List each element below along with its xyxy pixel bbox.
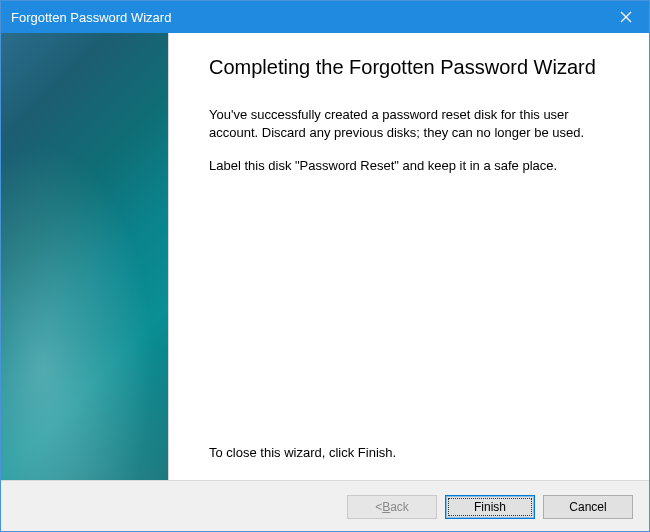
close-icon (620, 11, 632, 23)
wizard-paragraph-2: Label this disk "Password Reset" and kee… (209, 157, 609, 175)
window-title: Forgotten Password Wizard (11, 10, 171, 25)
back-button-prefix: < (375, 500, 382, 514)
wizard-main-panel: Completing the Forgotten Password Wizard… (169, 33, 649, 480)
content-area: Completing the Forgotten Password Wizard… (1, 33, 649, 480)
wizard-heading: Completing the Forgotten Password Wizard (209, 55, 609, 80)
wizard-closing-text: To close this wizard, click Finish. (209, 445, 619, 460)
cancel-button[interactable]: Cancel (543, 495, 633, 519)
back-button: < Back (347, 495, 437, 519)
spacer (209, 191, 619, 445)
titlebar: Forgotten Password Wizard (1, 1, 649, 33)
back-button-rest: ack (390, 500, 409, 514)
wizard-paragraph-1: You've successfully created a password r… (209, 106, 609, 141)
finish-button[interactable]: Finish (445, 495, 535, 519)
wizard-side-graphic (1, 33, 169, 480)
back-button-hotkey: B (382, 500, 390, 514)
close-button[interactable] (603, 1, 649, 33)
button-bar: < Back Finish Cancel (1, 480, 649, 532)
